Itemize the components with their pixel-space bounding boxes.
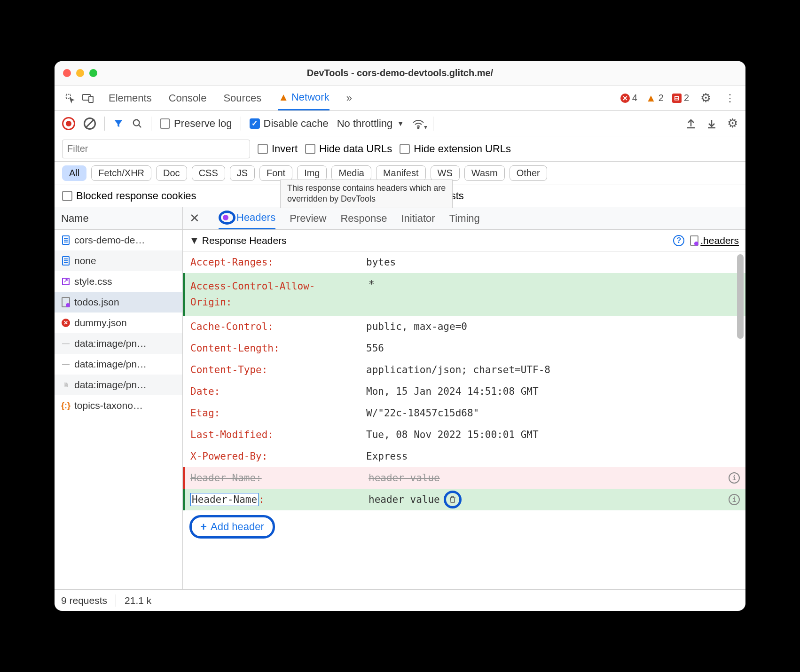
disable-cache-label: Disable cache bbox=[264, 117, 329, 130]
header-row-override: Access-Control-Allow-Origin: * bbox=[183, 273, 745, 316]
tab-elements[interactable]: Elements bbox=[109, 86, 152, 110]
detail-tab-timing[interactable]: Timing bbox=[449, 207, 480, 229]
inspect-icon[interactable] bbox=[62, 90, 78, 106]
detail-body: ▼ Response Headers ? .headers Accept-Ran… bbox=[183, 230, 745, 589]
help-icon[interactable]: ? bbox=[673, 235, 684, 246]
detail-tab-initiator[interactable]: Initiator bbox=[401, 207, 435, 229]
response-headers-table: Accept-Ranges: bytes Access-Control-Allo… bbox=[183, 251, 745, 510]
hide-data-urls-checkbox[interactable]: Hide data URLs bbox=[305, 143, 392, 155]
error-count[interactable]: ✕ 4 bbox=[620, 93, 637, 103]
request-row[interactable]: ✕ dummy.json bbox=[55, 313, 182, 333]
traffic-lights bbox=[63, 69, 97, 77]
network-settings-gear-icon[interactable]: ⚙ bbox=[727, 116, 738, 131]
request-row[interactable]: style.css bbox=[55, 271, 182, 292]
request-list: cors-demo-de… none style.css todos.json … bbox=[55, 230, 182, 589]
warning-triangle-icon: ▲ bbox=[278, 91, 289, 103]
header-row: Etag: W/"22c-18457c15d68" bbox=[183, 402, 745, 424]
tooltip-line1: This response contains headers which are bbox=[287, 183, 446, 194]
minimize-window-button[interactable] bbox=[76, 69, 84, 77]
headers-file-link[interactable]: .headers bbox=[690, 235, 739, 246]
chip-doc[interactable]: Doc bbox=[156, 165, 187, 181]
svg-point-3 bbox=[133, 119, 140, 125]
request-row-selected[interactable]: todos.json bbox=[55, 292, 182, 313]
chip-other[interactable]: Other bbox=[510, 165, 547, 181]
request-row[interactable]: — data:image/pn… bbox=[55, 354, 182, 375]
preserve-log-checkbox[interactable]: Preserve log bbox=[160, 117, 232, 130]
name-column-header[interactable]: Name bbox=[55, 207, 182, 230]
filter-input[interactable] bbox=[62, 140, 250, 158]
request-row[interactable]: cors-demo-de… bbox=[55, 230, 182, 250]
blocked-cookies-checkbox[interactable]: Blocked response cookies bbox=[62, 190, 196, 202]
clear-button[interactable] bbox=[84, 117, 96, 130]
header-value: Mon, 15 Jan 2024 14:51:08 GMT bbox=[361, 384, 745, 399]
disable-cache-checkbox[interactable]: ✓ Disable cache bbox=[250, 117, 329, 130]
chip-all[interactable]: All bbox=[62, 165, 86, 181]
hide-extension-urls-checkbox[interactable]: Hide extension URLs bbox=[400, 143, 511, 155]
status-area: ✕ 4 ▲ 2 ⊟ 2 ⚙ ⋮ bbox=[620, 90, 738, 106]
chevron-down-icon: ▼ bbox=[397, 120, 404, 127]
plus-icon: + bbox=[200, 520, 207, 533]
chip-css[interactable]: CSS bbox=[192, 165, 225, 181]
header-value[interactable]: * bbox=[364, 277, 745, 292]
record-button[interactable] bbox=[62, 117, 75, 130]
delete-header-button[interactable] bbox=[444, 491, 462, 508]
chip-img[interactable]: Img bbox=[297, 165, 327, 181]
tab-more[interactable]: » bbox=[346, 86, 352, 110]
chip-js[interactable]: JS bbox=[230, 165, 255, 181]
maximize-window-button[interactable] bbox=[89, 69, 97, 77]
search-icon[interactable] bbox=[132, 118, 142, 129]
settings-gear-icon[interactable]: ⚙ bbox=[698, 90, 714, 106]
header-value: bytes bbox=[361, 255, 745, 270]
detail-tabs: ✕ Headers Preview Response Initiator Tim… bbox=[183, 207, 745, 230]
chip-media[interactable]: Media bbox=[331, 165, 371, 181]
info-icon[interactable]: i bbox=[729, 472, 740, 484]
upload-har-icon[interactable] bbox=[686, 118, 696, 129]
detail-tab-preview[interactable]: Preview bbox=[290, 207, 326, 229]
header-row: Accept-Ranges: bytes bbox=[183, 251, 745, 273]
close-window-button[interactable] bbox=[63, 69, 71, 77]
requests-count: 9 requests bbox=[61, 595, 107, 606]
scrollbar-thumb[interactable] bbox=[737, 254, 744, 339]
warning-count[interactable]: ▲ 2 bbox=[646, 92, 664, 104]
header-name: Access-Control-Allow-Origin: bbox=[185, 277, 364, 312]
throttling-dropdown[interactable]: No throttling ▼ bbox=[337, 117, 404, 130]
info-icon[interactable]: i bbox=[729, 494, 740, 505]
header-name-editable[interactable]: Header-Name: bbox=[185, 491, 364, 508]
chip-wasm[interactable]: Wasm bbox=[464, 165, 505, 181]
download-har-icon[interactable] bbox=[706, 118, 717, 129]
header-value-editable[interactable]: header value bbox=[364, 489, 729, 510]
issues-count[interactable]: ⊟ 2 bbox=[672, 93, 689, 103]
tooltip-line2: overridden by DevTools bbox=[287, 194, 446, 204]
request-row[interactable]: 🗎 data:image/pn… bbox=[55, 375, 182, 395]
request-row[interactable]: {:} topics-taxono… bbox=[55, 395, 182, 416]
tab-console[interactable]: Console bbox=[169, 86, 207, 110]
close-detail-button[interactable]: ✕ bbox=[189, 211, 200, 226]
chip-manifest[interactable]: Manifest bbox=[376, 165, 426, 181]
request-row[interactable]: none bbox=[55, 250, 182, 271]
filter-toggle-icon[interactable] bbox=[113, 118, 124, 129]
chip-fetch-xhr[interactable]: Fetch/XHR bbox=[91, 165, 151, 181]
detail-tab-response[interactable]: Response bbox=[340, 207, 387, 229]
header-value: Express bbox=[361, 449, 745, 464]
header-value: 556 bbox=[361, 341, 745, 356]
blocked-label: Blocked response cookies bbox=[76, 190, 196, 202]
chip-font[interactable]: Font bbox=[259, 165, 292, 181]
header-row-new-editable: Header-Name: header value i bbox=[183, 489, 745, 510]
tab-network[interactable]: ▲ Network bbox=[278, 86, 329, 110]
detail-tab-headers[interactable]: Headers bbox=[219, 207, 275, 229]
chip-ws[interactable]: WS bbox=[431, 165, 460, 181]
device-toggle-icon[interactable] bbox=[80, 90, 96, 106]
json-braces-icon: {:} bbox=[61, 401, 71, 410]
header-row: Cache-Control: public, max-age=0 bbox=[183, 316, 745, 337]
kebab-menu-icon[interactable]: ⋮ bbox=[722, 90, 738, 106]
document-icon bbox=[61, 256, 71, 266]
override-tooltip: This response contains headers which are… bbox=[280, 180, 453, 208]
response-headers-section-header[interactable]: ▼ Response Headers ? .headers bbox=[183, 230, 745, 251]
request-row[interactable]: — data:image/pn… bbox=[55, 333, 182, 354]
add-header-button[interactable]: + Add header bbox=[189, 515, 275, 539]
network-conditions-icon[interactable]: ▾ bbox=[412, 118, 424, 129]
tab-sources[interactable]: Sources bbox=[223, 86, 261, 110]
header-value: public, max-age=0 bbox=[361, 319, 745, 334]
hide-ext-label: Hide extension URLs bbox=[414, 143, 511, 155]
invert-checkbox[interactable]: Invert bbox=[258, 143, 298, 155]
